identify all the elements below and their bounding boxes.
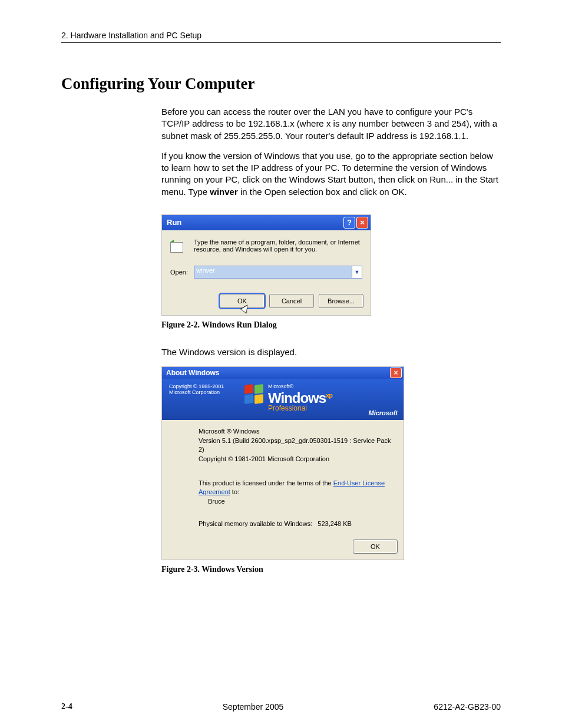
licensed-to: Bruce xyxy=(208,497,396,506)
about-line-2: Version 5.1 (Build 2600.xpsp_sp2_gdr.050… xyxy=(199,436,396,454)
open-input[interactable]: winver xyxy=(194,266,352,278)
run-dialog: Run ? × Type the name of a program, fold… xyxy=(161,214,371,316)
body-paragraph-2: If you know the version of Windows that … xyxy=(161,150,501,198)
body-paragraph-1: Before you can access the router over th… xyxy=(161,106,501,142)
run-dialog-title: Run xyxy=(167,218,342,227)
chapter-header: 2. Hardware Installation and PC Setup xyxy=(61,31,501,40)
ok-button[interactable]: OK xyxy=(220,294,265,308)
browse-button[interactable]: Browse... xyxy=(319,294,363,308)
p2-bold: winver xyxy=(210,187,238,197)
about-line-3: Copyright © 1981-2001 Microsoft Corporat… xyxy=(199,455,396,464)
header-rule xyxy=(61,42,501,43)
windows-flag-icon xyxy=(244,385,266,406)
open-combobox[interactable]: winver ▼ xyxy=(194,266,362,279)
section-title: Configuring Your Computer xyxy=(61,75,501,93)
chevron-down-icon[interactable]: ▼ xyxy=(352,266,362,278)
run-icon xyxy=(170,239,189,255)
cancel-button[interactable]: Cancel xyxy=(269,294,314,308)
run-help-text: Type the name of a program, folder, docu… xyxy=(194,239,362,253)
figure-2-3-caption: Figure 2-3. Windows Version xyxy=(161,565,501,574)
run-dialog-titlebar: Run ? × xyxy=(162,215,371,230)
ok-button[interactable]: OK xyxy=(353,540,398,554)
windows-brand: Microsoft® Windowsxp Professional xyxy=(268,383,332,412)
close-icon[interactable]: × xyxy=(356,217,368,229)
body-paragraph-3: The Windows version is displayed. xyxy=(161,346,501,358)
memory-line: Physical memory available to Windows: 52… xyxy=(199,519,396,528)
open-label: Open: xyxy=(170,269,194,276)
close-icon[interactable]: × xyxy=(390,368,402,378)
page-footer: 2-4 September 2005 6212-A2-GB23-00 xyxy=(61,702,501,712)
p2-b: in the Open selection box and click on O… xyxy=(238,187,407,197)
page-number: 2-4 xyxy=(61,702,72,712)
microsoft-logo: Microsoft xyxy=(369,409,398,416)
figure-2-2-caption: Figure 2-2. Windows Run Dialog xyxy=(161,320,501,330)
about-windows-dialog: About Windows × Copyright © 1985-2001 Mi… xyxy=(161,366,404,560)
help-icon[interactable]: ? xyxy=(343,217,355,229)
about-banner: Copyright © 1985-2001 Microsoft Corporat… xyxy=(162,379,404,420)
footer-date: September 2005 xyxy=(223,702,284,712)
about-line-1: Microsoft ® Windows xyxy=(199,427,396,436)
about-titlebar: About Windows × xyxy=(162,367,404,379)
about-eula: This product is licensed under the terms… xyxy=(199,479,396,497)
footer-doc-id: 6212-A2-GB23-00 xyxy=(434,702,501,712)
about-title-text: About Windows xyxy=(166,369,390,377)
